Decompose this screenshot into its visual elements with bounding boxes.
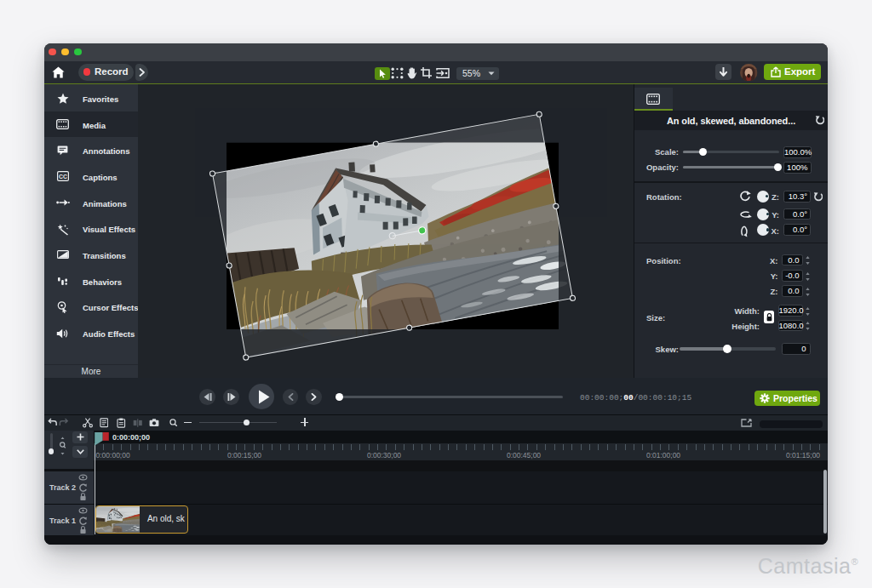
svg-text:CC: CC bbox=[59, 174, 67, 180]
